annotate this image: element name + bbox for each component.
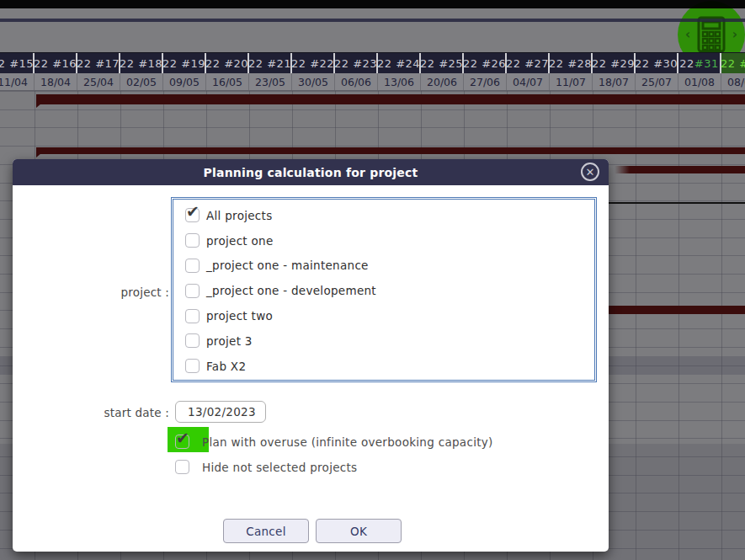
week-date-cell: 30/05 (292, 73, 335, 91)
week-date-cell: 20/06 (421, 73, 464, 91)
timeline-week-row: 22 #1522 #1622 #1722 #1822 #1922 #2022 #… (0, 53, 745, 73)
week-date-cell: 02/05 (120, 73, 163, 91)
planning-calculation-dialog: Planning calculation for project ✕ proje… (13, 159, 609, 552)
gantt-task-bar (615, 166, 745, 173)
grid-vline (721, 91, 722, 560)
grid-hline (0, 127, 745, 128)
option-row[interactable]: ✔Plan with overuse (infinite overbooking… (175, 435, 493, 449)
chevron-right-icon[interactable]: › (732, 27, 737, 42)
week-header-cell: 22 #26 (464, 53, 507, 73)
checkmark-icon: ✔ (176, 429, 189, 446)
week-date-cell: 18/07 (593, 73, 636, 91)
project-list-item-label: _project one - developement (206, 284, 376, 297)
checkbox-unchecked[interactable] (185, 333, 200, 348)
start-date-input[interactable] (175, 401, 266, 423)
week-header-cell: 22 #31 (678, 53, 721, 73)
project-list-item[interactable]: project one (173, 228, 594, 253)
checkbox-unchecked[interactable] (185, 309, 200, 323)
option-label: Hide not selected projects (202, 461, 357, 474)
week-date-cell: 25/04 (77, 73, 120, 91)
week-header-cell: 22 #15 (0, 53, 35, 73)
timeline-date-row: 11/0418/0425/0402/0509/0516/0523/0530/05… (0, 73, 745, 91)
grid-vline (678, 91, 679, 560)
dialog-title: Planning calculation for project (13, 159, 609, 185)
week-date-cell: 04/07 (507, 73, 550, 91)
week-header-cell: 22 #27 (507, 53, 550, 73)
project-list-item-label: All projects (206, 209, 273, 222)
checkbox-unchecked[interactable] (185, 359, 200, 373)
checkbox-unchecked[interactable] (175, 460, 189, 474)
week-header-cell: 22 #28 (550, 53, 593, 73)
bar-start-flag (36, 153, 41, 157)
bar-start-flag (36, 104, 41, 108)
toolbar-band (0, 22, 745, 52)
week-date-cell: 23/05 (249, 73, 292, 91)
project-list-item[interactable]: projet 3 (173, 328, 594, 354)
checkbox-checked[interactable]: ✔ (175, 435, 189, 449)
option-label: Plan with overuse (infinite overbooking … (202, 435, 493, 449)
gantt-task-bar (36, 147, 745, 154)
project-list-item-label: Fab X2 (206, 360, 246, 373)
checkmark-icon: ✔ (186, 203, 200, 220)
project-list-item[interactable]: ✔All projects (173, 203, 594, 228)
week-date-cell: 11/04 (0, 73, 35, 91)
project-list-item-label: project one (206, 234, 274, 248)
week-header-cell: 22 #24 (378, 53, 421, 73)
project-list-item[interactable]: _project one - maintenance (173, 253, 594, 279)
week-date-cell: 16/05 (206, 73, 249, 91)
project-list-item[interactable]: project two (173, 303, 594, 328)
cancel-button[interactable]: Cancel (223, 519, 309, 543)
week-header-cell: 22 #30 (636, 53, 678, 73)
week-header-cell: 22 #19 (163, 53, 206, 73)
app-screen: ‹ › 22 #1522 #1622 #1722 #1822 #1922 #20… (0, 0, 745, 560)
week-date-cell: 08/08 (721, 73, 745, 91)
checkbox-checked[interactable]: ✔ (185, 208, 200, 222)
week-date-cell: 18/04 (35, 73, 77, 91)
project-list-item[interactable]: _project one - developement (173, 278, 594, 303)
project-list-item[interactable] (173, 379, 594, 382)
week-date-cell: 13/06 (378, 73, 421, 91)
week-header-cell: 22 #17 (77, 53, 120, 73)
week-date-cell: 06/06 (335, 73, 378, 91)
option-row[interactable]: Hide not selected projects (175, 460, 357, 474)
top-band (0, 8, 745, 19)
project-list-item[interactable]: Fab X2 (173, 354, 594, 379)
grid-hline (0, 109, 745, 110)
week-date-cell: 09/05 (163, 73, 206, 91)
week-date-cell: 27/06 (464, 73, 507, 91)
dialog-button-bar: Cancel OK (13, 519, 609, 544)
week-header-cell: 22 #23 (335, 53, 378, 73)
week-date-cell: 11/07 (550, 73, 593, 91)
gantt-task-bar (36, 94, 745, 104)
window-top-bar (0, 0, 745, 8)
project-multiselect-list[interactable]: ✔All projectsproject one_project one - m… (171, 197, 597, 382)
checkbox-unchecked[interactable] (185, 259, 200, 273)
group-separator-line (606, 202, 745, 204)
start-date-label: start date : (46, 406, 169, 419)
checkbox-unchecked[interactable] (185, 233, 200, 248)
project-list-item-label: project two (206, 309, 273, 323)
grid-hline (0, 146, 745, 147)
header-divider (0, 19, 745, 22)
week-date-cell: 25/07 (636, 73, 678, 91)
ok-button[interactable]: OK (316, 519, 402, 543)
week-header-cell: 22 #22 (292, 53, 335, 73)
checkbox-unchecked[interactable] (185, 284, 200, 298)
project-field-label: project : (46, 285, 169, 299)
week-date-cell: 01/08 (678, 73, 721, 91)
week-header-cell: 22 #32 (721, 53, 745, 73)
week-header-cell: 22 #21 (249, 53, 292, 73)
project-list-item-label: projet 3 (206, 334, 253, 348)
week-header-cell: 22 #29 (593, 53, 636, 73)
timeline-bottom-border (0, 90, 745, 91)
gantt-task-bar (609, 306, 745, 314)
week-header-cell: 22 #20 (206, 53, 249, 73)
grid-vline (636, 91, 636, 560)
close-icon[interactable]: ✕ (581, 163, 599, 181)
week-header-cell: 22 #16 (35, 53, 77, 73)
chevron-left-icon[interactable]: ‹ (685, 27, 690, 42)
week-header-cell: 22 #18 (120, 53, 163, 73)
project-list-item-label: _project one - maintenance (206, 259, 369, 272)
week-header-cell: 22 #25 (421, 53, 464, 73)
grid-hline (0, 91, 745, 92)
